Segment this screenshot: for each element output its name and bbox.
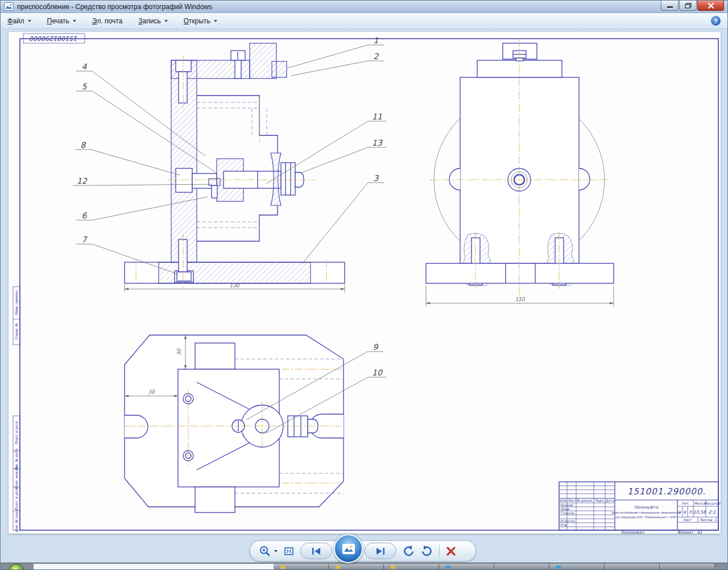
taskbar-button[interactable]	[494, 564, 549, 569]
delete-button[interactable]	[445, 545, 457, 557]
callout-13: 13	[372, 138, 383, 147]
previous-icon	[310, 545, 322, 557]
callout-8: 8	[81, 141, 86, 150]
dim-front-width: 130	[229, 283, 239, 288]
svg-text:Масштаб: Масштаб	[704, 501, 721, 505]
menubar: Файл Печать Эл. почта Запись Открыть	[1, 13, 727, 29]
callout-5: 5	[82, 82, 88, 91]
callout-9: 9	[373, 342, 379, 352]
taskbar	[1, 563, 728, 569]
magnifier-zoom-icon	[258, 545, 273, 557]
part-name: Полумуфта	[634, 505, 659, 510]
svg-text:Подп. и дата: Подп. и дата	[14, 487, 18, 510]
photo-viewer-window: приспособление - Средство просмотра фото…	[0, 0, 728, 570]
svg-text:Лист: Лист	[567, 498, 577, 502]
title-block: 151001.290000. Полумуфта приспособление …	[559, 482, 721, 534]
svg-text:Взам. инв. №: Взам. инв. №	[14, 466, 18, 489]
view-plan	[125, 335, 344, 513]
close-button[interactable]	[697, 1, 724, 11]
window-title: приспособление - Средство просмотра фото…	[17, 3, 212, 11]
taskbar-button[interactable]	[384, 564, 439, 569]
chevron-down-icon	[28, 20, 31, 22]
app-icon	[446, 565, 450, 569]
folder-icon	[336, 565, 340, 569]
slideshow-button[interactable]	[334, 534, 363, 563]
svg-text:Изм: Изм	[560, 498, 567, 502]
taskbar-window-button[interactable]	[34, 564, 274, 569]
view-front-section	[125, 43, 345, 288]
svg-text:П: П	[689, 510, 692, 515]
previous-button[interactable]	[300, 543, 332, 559]
svg-text:Перв. примен.: Перв. примен.	[14, 290, 19, 315]
svg-text:Подп. и дата: Подп. и дата	[14, 421, 18, 444]
taskbar-button[interactable]	[439, 564, 494, 569]
chevron-down-icon	[214, 20, 217, 22]
folder-icon	[391, 565, 395, 569]
menu-file[interactable]: Файл	[7, 17, 31, 25]
chevron-down-icon	[73, 20, 76, 22]
callout-2: 2	[374, 52, 379, 61]
app-icon	[556, 565, 561, 569]
svg-text:Подп.: Подп.	[594, 498, 605, 502]
svg-text:Лит.: Лит.	[681, 501, 689, 505]
menu-email[interactable]: Эл. почта	[92, 17, 123, 25]
callout-7: 7	[82, 235, 88, 244]
chevron-down-icon	[274, 550, 278, 552]
start-button[interactable]	[9, 564, 24, 569]
taskbar-button[interactable]	[660, 564, 715, 569]
view-side	[426, 39, 614, 304]
photo-area: 151001290000 Перв. примен. Справ. № Подп…	[1, 29, 727, 564]
svg-text:К: К	[684, 510, 688, 515]
svg-text:Формат: Формат	[677, 530, 694, 534]
callout-4: 4	[82, 62, 88, 71]
svg-text:приспособление специальное све: приспособление специальное сверлильное	[611, 511, 681, 515]
svg-text:Листов: Листов	[700, 518, 713, 522]
svg-text:Справ. №: Справ. №	[14, 323, 19, 340]
fit-to-window-button[interactable]	[283, 545, 295, 557]
rotate-clockwise-icon	[420, 545, 434, 557]
titlebar[interactable]: приспособление - Средство просмотра фото…	[1, 1, 727, 13]
toolbar-divider	[439, 545, 440, 557]
svg-text:1: 1	[714, 518, 717, 522]
taskbar-button[interactable]	[329, 564, 384, 569]
stamp-number: 151001290000	[30, 35, 78, 42]
svg-text:на операцию 025 "Сверлильная с: на операцию 025 "Сверлильная с ЧПУ"	[615, 515, 677, 519]
dim-plan-offset: 30	[148, 389, 155, 395]
taskbar-button[interactable]	[274, 564, 329, 569]
restore-icon	[685, 3, 692, 9]
taskbar-button[interactable]	[605, 564, 660, 569]
help-button[interactable]: ?	[711, 16, 721, 26]
callout-1: 1	[374, 36, 379, 45]
folder-icon	[280, 565, 285, 569]
rotate-clockwise-button[interactable]	[420, 545, 434, 557]
minimize-button[interactable]	[661, 1, 679, 11]
svg-text:Инв. № подл.: Инв. № подл.	[14, 509, 18, 532]
mass-value: 10,56	[693, 510, 707, 515]
svg-text:Т.контр.: Т.контр.	[560, 511, 575, 515]
doc-number: 151001.290000.	[627, 486, 706, 497]
callout-3: 3	[374, 174, 379, 183]
slideshow-icon	[342, 543, 355, 555]
menu-burn[interactable]: Запись	[138, 17, 167, 25]
taskbar-button[interactable]	[549, 564, 605, 569]
scale-value: 2:1	[709, 510, 716, 515]
svg-text:А1: А1	[697, 530, 702, 534]
dim-plan-height: 30	[176, 348, 182, 356]
svg-text:№ докум.: № докум.	[576, 498, 593, 503]
callout-10: 10	[372, 368, 383, 377]
chevron-down-icon	[164, 20, 168, 22]
technical-drawing: 151001290000 Перв. примен. Справ. № Подп…	[9, 32, 721, 534]
next-button[interactable]	[365, 543, 396, 559]
rotate-counterclockwise-button[interactable]	[402, 545, 415, 557]
zoom-button[interactable]	[258, 545, 278, 557]
next-icon	[374, 545, 387, 557]
app-icon	[4, 2, 14, 11]
menu-print[interactable]: Печать	[47, 17, 76, 25]
svg-text:Копировал: Копировал	[621, 530, 644, 534]
svg-text:Дата: Дата	[605, 498, 614, 502]
drawing-sheet: 151001290000 Перв. примен. Справ. № Подп…	[9, 32, 721, 534]
dim-side-width: 110	[515, 296, 525, 302]
minimize-icon	[667, 6, 673, 9]
restore-button[interactable]	[679, 1, 697, 11]
menu-open[interactable]: Открыть	[184, 17, 217, 25]
